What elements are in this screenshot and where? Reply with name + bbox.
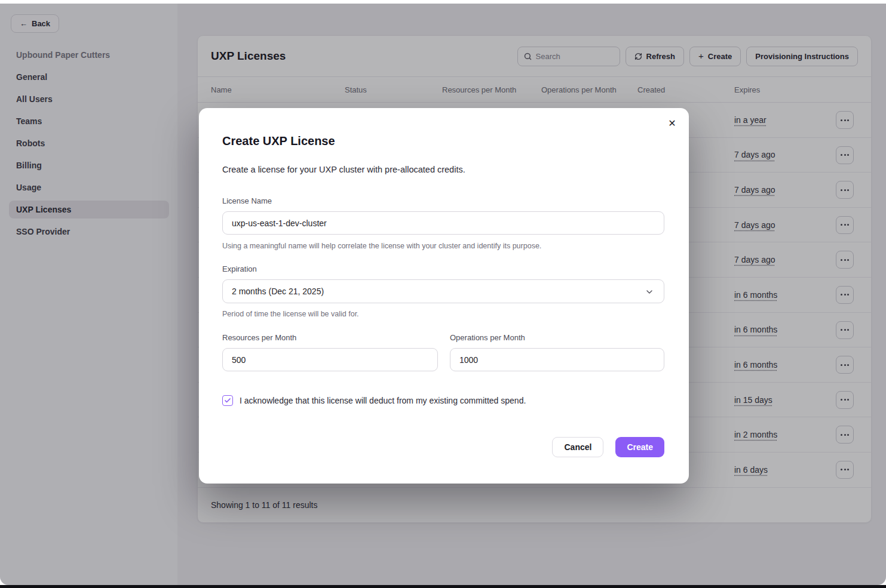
acknowledge-checkbox[interactable] bbox=[222, 395, 233, 406]
chevron-down-icon bbox=[645, 287, 654, 297]
window-bottom-edge bbox=[0, 585, 886, 588]
modal-create-button[interactable]: Create bbox=[615, 437, 664, 457]
resources-per-month-label: Resources per Month bbox=[222, 333, 296, 342]
checkmark-icon bbox=[224, 397, 231, 404]
app-window: ← Back Upbound Paper Cutters General All… bbox=[0, 4, 886, 585]
expiration-helper: Period of time the license will be valid… bbox=[222, 310, 359, 318]
operations-per-month-label: Operations per Month bbox=[450, 333, 525, 342]
close-icon[interactable]: ✕ bbox=[665, 116, 679, 131]
resources-per-month-field[interactable] bbox=[222, 348, 438, 371]
license-name-helper: Using a meaningful name will help correl… bbox=[222, 242, 541, 250]
expiration-select-value: 2 months (Dec 21, 2025) bbox=[232, 287, 324, 296]
modal-description: Create a license for your UXP cluster wi… bbox=[222, 165, 465, 174]
modal-actions: Cancel Create bbox=[552, 437, 664, 457]
operations-per-month-field[interactable] bbox=[450, 348, 664, 371]
modal-title: Create UXP License bbox=[222, 134, 335, 148]
expiration-select[interactable]: 2 months (Dec 21, 2025) bbox=[222, 279, 664, 303]
license-name-label: License Name bbox=[222, 196, 272, 205]
acknowledge-label: I acknowledge that this license will ded… bbox=[240, 396, 526, 405]
license-name-field[interactable] bbox=[222, 211, 664, 235]
expiration-label: Expiration bbox=[222, 264, 257, 273]
cancel-button[interactable]: Cancel bbox=[552, 437, 603, 457]
create-uxp-license-modal: ✕ Create UXP License Create a license fo… bbox=[199, 108, 689, 484]
